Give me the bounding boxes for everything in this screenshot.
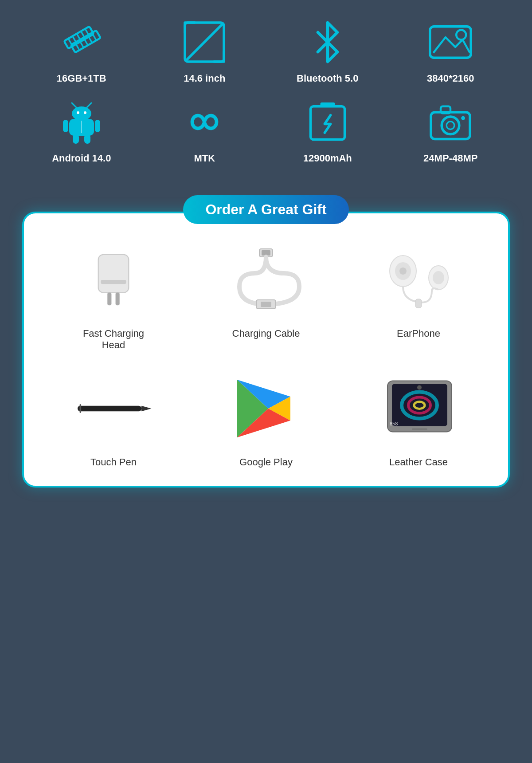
gift-cable-label: Charging Cable — [232, 328, 300, 339]
svg-rect-23 — [95, 120, 100, 132]
earphone-icon — [374, 240, 463, 320]
gift-grid: Fast ChargingHead Charging — [42, 240, 490, 468]
svg-marker-49 — [141, 406, 152, 412]
gift-card: Fast ChargingHead Charging — [22, 212, 510, 488]
svg-point-33 — [461, 116, 465, 120]
play-icon — [222, 369, 310, 448]
gift-earphone: EarPhone — [347, 240, 490, 351]
cable-icon — [222, 240, 310, 320]
spec-memory-label: 16GB+1TB — [57, 73, 106, 84]
gift-fast-charging: Fast ChargingHead — [42, 240, 185, 351]
gift-google-play-label: Google Play — [239, 456, 293, 468]
svg-point-17 — [72, 106, 91, 121]
spec-resolution-label: 3840*2160 — [427, 73, 474, 84]
charger-icon — [69, 240, 158, 320]
svg-rect-37 — [101, 280, 126, 284]
svg-rect-34 — [98, 255, 129, 293]
svg-point-30 — [442, 117, 459, 134]
battery-icon — [303, 98, 352, 146]
svg-rect-35 — [107, 293, 111, 306]
svg-point-56 — [417, 385, 422, 390]
spec-android: Android 14.0 — [22, 98, 141, 164]
gift-touch-pen-label: Touch Pen — [90, 456, 137, 468]
memory-icon — [57, 18, 106, 67]
gift-title: Order A Great Gift — [183, 195, 348, 224]
spec-battery: 12900mAh — [268, 98, 387, 164]
svg-line-20 — [72, 103, 76, 107]
mtk-icon — [180, 98, 229, 146]
spec-screen: 14.6 inch — [145, 18, 264, 84]
svg-point-19 — [84, 111, 86, 114]
spec-bluetooth-label: Bluetooth 5.0 — [297, 73, 358, 84]
gift-leather-case: 858 Leather Case — [347, 369, 490, 468]
svg-rect-48 — [78, 406, 141, 412]
svg-text:858: 858 — [390, 421, 398, 426]
svg-rect-25 — [84, 134, 90, 144]
screen-icon — [180, 18, 229, 67]
spec-screen-label: 14.6 inch — [184, 73, 225, 84]
camera-icon — [426, 98, 475, 146]
svg-rect-57 — [412, 429, 427, 430]
spec-resolution: 3840*2160 — [391, 18, 510, 84]
gift-earphone-label: EarPhone — [397, 328, 440, 339]
gift-section: Order A Great Gift Fast ChargingHea — [22, 195, 510, 488]
svg-point-46 — [433, 271, 444, 284]
gift-cable: Charging Cable — [194, 240, 338, 351]
svg-rect-36 — [116, 293, 120, 306]
spec-battery-label: 12900mAh — [303, 153, 352, 164]
svg-line-13 — [188, 25, 222, 59]
spec-processor: MTK — [145, 98, 264, 164]
specs-grid: 16GB+1TB 14.6 inch Bluetooth 5.0 — [22, 18, 510, 164]
leather-case-icon: 858 — [374, 369, 463, 448]
gift-title-wrap: Order A Great Gift — [22, 195, 510, 224]
gift-google-play: Google Play — [194, 369, 338, 468]
svg-rect-50 — [80, 404, 82, 413]
gift-leather-case-label: Leather Case — [389, 456, 448, 468]
svg-rect-47 — [415, 299, 422, 308]
pen-icon — [69, 369, 158, 448]
spec-bluetooth: Bluetooth 5.0 — [268, 18, 387, 84]
svg-point-44 — [399, 267, 407, 275]
svg-rect-28 — [320, 102, 335, 107]
bluetooth-icon — [303, 18, 352, 67]
svg-rect-41 — [261, 302, 271, 307]
spec-camera: 24MP-48MP — [391, 98, 510, 164]
svg-point-31 — [446, 122, 454, 130]
svg-rect-24 — [73, 134, 79, 144]
gift-touch-pen: Touch Pen — [42, 369, 185, 468]
svg-rect-22 — [63, 120, 68, 132]
svg-point-15 — [456, 30, 466, 40]
spec-android-label: Android 14.0 — [52, 153, 111, 164]
android-icon — [57, 98, 106, 146]
svg-point-18 — [77, 111, 79, 114]
svg-line-21 — [87, 103, 91, 107]
spec-processor-label: MTK — [194, 153, 215, 164]
spec-camera-label: 24MP-48MP — [423, 153, 477, 164]
photo-icon — [426, 18, 475, 67]
spec-memory: 16GB+1TB — [22, 18, 141, 84]
gift-fast-charging-label: Fast ChargingHead — [83, 328, 144, 351]
